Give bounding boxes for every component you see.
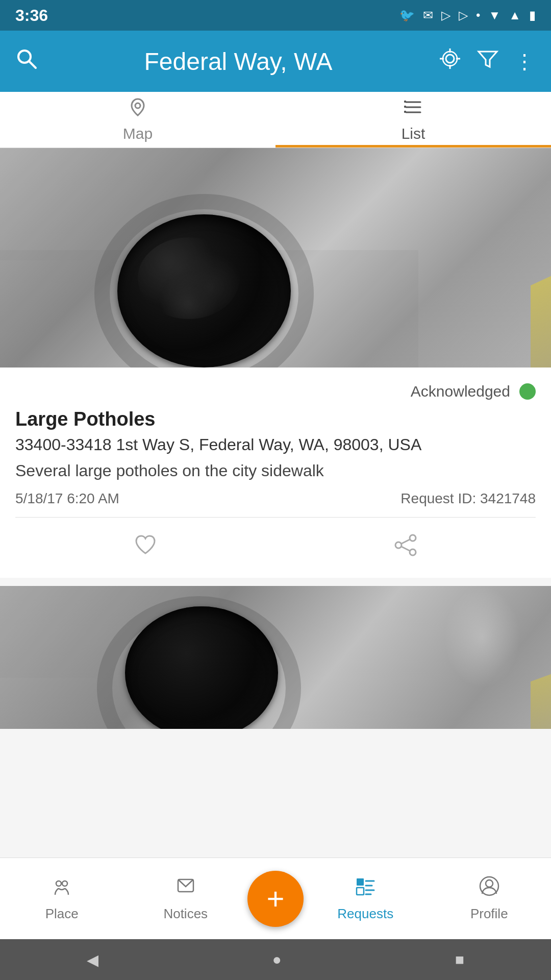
nav-notices[interactable]: Notices: [124, 875, 248, 922]
profile-icon: [479, 875, 500, 902]
svg-point-2: [446, 55, 454, 63]
toolbar: Federal Way, WA ⋮: [0, 31, 551, 92]
svg-point-31: [486, 880, 493, 887]
status-icons: 🐦 ✉ ▷ ▷ • ▼ ▲ ▮: [399, 8, 536, 22]
add-icon: +: [266, 881, 284, 916]
card-address-1: 33400-33418 1st Way S, Federal Way, WA, …: [15, 435, 536, 454]
request-card-1[interactable]: Acknowledged Large Potholes 33400-33418 …: [0, 148, 551, 578]
tab-bar: Map List: [0, 92, 551, 148]
mail-icon: ✉: [423, 8, 433, 22]
recents-button[interactable]: ■: [455, 951, 464, 968]
svg-point-3: [443, 52, 457, 66]
svg-rect-13: [404, 101, 406, 103]
toolbar-title: Federal Way, WA: [53, 47, 423, 76]
dot-icon: •: [476, 8, 480, 22]
requests-icon: [355, 875, 376, 902]
play-store-icon: ▷: [459, 8, 468, 22]
search-icon[interactable]: [15, 47, 38, 75]
svg-line-1: [29, 61, 36, 68]
svg-rect-25: [357, 888, 364, 895]
system-bar: ◀ ● ■: [0, 939, 551, 980]
card-actions-1: [15, 528, 536, 568]
fab-add-button[interactable]: +: [247, 871, 304, 927]
status-row-1: Acknowledged: [15, 383, 536, 400]
share-button-1[interactable]: [393, 533, 418, 557]
card-body-1: Acknowledged Large Potholes 33400-33418 …: [0, 368, 551, 578]
nav-profile[interactable]: Profile: [428, 875, 552, 922]
tab-list-label: List: [402, 125, 425, 142]
nav-place-label: Place: [45, 906, 79, 922]
bird-icon: 🐦: [399, 8, 415, 22]
signal-icon: ▲: [509, 8, 521, 22]
nav-place[interactable]: Place: [0, 875, 124, 922]
wifi-icon: ▼: [488, 8, 500, 22]
request-card-2[interactable]: [0, 586, 551, 729]
nav-notices-label: Notices: [163, 906, 208, 922]
nav-requests[interactable]: Requests: [304, 875, 428, 922]
svg-point-16: [410, 535, 416, 541]
play-icon: ▷: [441, 8, 450, 22]
list-icon: [403, 97, 423, 122]
card-image-2: [0, 586, 551, 729]
svg-point-21: [56, 881, 61, 886]
place-icon: [51, 875, 72, 902]
svg-line-20: [402, 547, 410, 551]
tab-list[interactable]: List: [276, 92, 551, 148]
like-button-1[interactable]: [133, 533, 158, 557]
status-bar: 3:36 🐦 ✉ ▷ ▷ • ▼ ▲ ▮: [0, 0, 551, 31]
svg-line-19: [402, 540, 410, 544]
svg-rect-14: [404, 106, 406, 108]
tab-map-label: Map: [123, 125, 153, 142]
battery-icon: ▮: [529, 8, 536, 22]
status-label-1: Acknowledged: [411, 383, 510, 400]
bottom-nav: Place Notices + Requests: [0, 857, 551, 939]
status-time: 3:36: [15, 6, 48, 25]
card-divider-1: [15, 517, 536, 518]
svg-rect-24: [357, 878, 364, 886]
filter-icon[interactable]: [477, 47, 499, 75]
svg-marker-8: [479, 52, 497, 67]
home-button[interactable]: ●: [272, 951, 281, 968]
status-dot-1: [519, 383, 536, 400]
content-area: Acknowledged Large Potholes 33400-33418 …: [0, 148, 551, 860]
location-icon[interactable]: [439, 47, 461, 75]
notices-icon: [175, 875, 196, 902]
card-date-1: 5/18/17 6:20 AM: [15, 491, 119, 507]
card-meta-1: 5/18/17 6:20 AM Request ID: 3421748: [15, 491, 536, 507]
card-title-1: Large Potholes: [15, 408, 536, 430]
svg-point-22: [62, 881, 67, 886]
tab-map[interactable]: Map: [0, 92, 276, 148]
svg-point-18: [410, 549, 416, 555]
card-desc-1: Several large potholes on the city sidew…: [15, 461, 536, 480]
card-image-1: [0, 148, 551, 368]
back-button[interactable]: ◀: [87, 951, 98, 969]
more-icon[interactable]: ⋮: [514, 50, 536, 73]
card-request-id-1: Request ID: 3421748: [400, 491, 536, 507]
nav-profile-label: Profile: [470, 906, 508, 922]
map-icon: [128, 97, 148, 122]
nav-requests-label: Requests: [337, 906, 393, 922]
svg-rect-15: [404, 111, 406, 113]
svg-point-17: [395, 542, 402, 548]
svg-point-9: [135, 103, 140, 108]
